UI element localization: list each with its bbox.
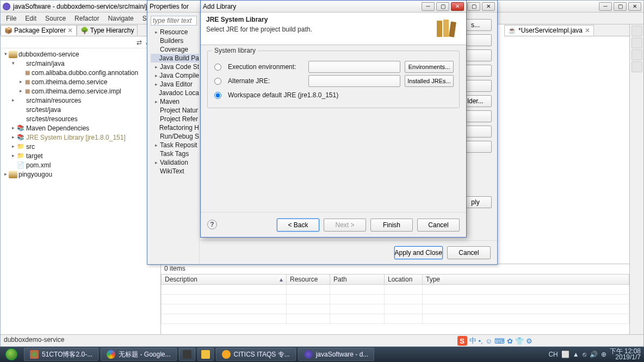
props-tree-item[interactable]: Project Natur (151, 106, 199, 115)
add-library-dialog: Add Library ─ ▢ ✕ JRE System Library Sel… (200, 0, 467, 238)
cancel-button[interactable]: Cancel (447, 246, 491, 259)
close-icon[interactable]: ✕ (67, 27, 73, 34)
tray-icon[interactable]: ⬜ (561, 351, 569, 358)
tree-node[interactable]: ▾src/main/java (1, 59, 160, 68)
tab-type-hierarchy[interactable]: 🌳 Type Hierarchy (77, 25, 138, 35)
tree-node[interactable]: src/test/java (1, 105, 160, 114)
ime-tool-icon: 👕 (515, 337, 524, 345)
properties-tree[interactable]: ▸ResourceBuildersCoverageJava Build Pa▸J… (151, 28, 199, 176)
task-icon[interactable] (631, 38, 642, 48)
minimize-button[interactable]: ─ (599, 2, 612, 11)
props-tree-item[interactable]: ▸Java Code St (151, 63, 199, 71)
outline-icon[interactable] (631, 26, 642, 36)
props-tree-item[interactable]: Java Build Pa (151, 54, 199, 63)
apply-close-button[interactable]: Apply and Close (394, 246, 443, 259)
wizard-banner: JRE System Library Select JRE for the pr… (201, 13, 466, 45)
props-tree-item[interactable]: WikiText (151, 167, 199, 176)
close-button[interactable]: ✕ (628, 2, 641, 11)
library-icon (435, 17, 461, 40)
col-path[interactable]: Path (330, 274, 385, 285)
tree-node[interactable]: com.alibaba.dubbo.config.annotation (1, 68, 160, 77)
props-tree-item[interactable]: Project Refer (151, 115, 199, 123)
menu-navigate[interactable]: Navigate (103, 14, 138, 23)
addlib-titlebar[interactable]: Add Library ─ ▢ ✕ (201, 1, 466, 13)
tree-node[interactable]: ▸src (1, 142, 160, 151)
tree-node[interactable]: ▸pingyougou (1, 170, 160, 179)
ime-indicator[interactable]: S 中 •, ☺ ⌨ ✿ 👕 ⚙ (457, 336, 532, 346)
minimize-button[interactable]: ─ (422, 2, 435, 11)
tree-node[interactable]: ▸com.itheima.demo.service.impl (1, 86, 160, 96)
tree-node[interactable]: ▸Maven Dependencies (1, 123, 160, 133)
taskbar-item[interactable]: 无标题 - Google... (101, 348, 176, 361)
java-file-icon: ☕ (508, 27, 516, 34)
start-button[interactable] (1, 347, 22, 361)
build-icon[interactable] (631, 49, 642, 60)
problems-table[interactable]: Description ▴ Resource Path Location Typ… (161, 274, 629, 324)
col-type[interactable]: Type (423, 274, 629, 285)
back-button[interactable]: < Back (277, 219, 319, 232)
props-tree-item[interactable]: ▸Validation (151, 158, 199, 167)
props-tree-item[interactable]: ▸Task Reposit (151, 141, 199, 149)
taskbar-item[interactable] (179, 348, 195, 361)
filter-input[interactable] (151, 16, 197, 26)
close-icon[interactable]: ✕ (585, 27, 590, 34)
props-tree-item[interactable]: Coverage (151, 45, 199, 54)
tree-node[interactable]: ▸com.itheima.demo.service (1, 77, 160, 86)
tab-package-explorer[interactable]: 📦 Package Explorer ✕ (1, 25, 77, 35)
volume-icon[interactable]: 🔊 (590, 351, 598, 358)
environments-button[interactable]: Environments... (405, 61, 454, 73)
search-icon[interactable] (631, 61, 642, 72)
props-tree-item[interactable]: Run/Debug S (151, 132, 199, 141)
svg-rect-1 (443, 20, 449, 37)
col-description[interactable]: Description ▴ (162, 274, 287, 285)
col-location[interactable]: Location (385, 274, 423, 285)
menu-refactor[interactable]: Refactor (70, 14, 103, 23)
menu-file[interactable]: File (2, 14, 21, 23)
tree-node[interactable]: src/test/resources (1, 114, 160, 123)
cancel-button[interactable]: Cancel (417, 219, 460, 232)
taskbar-item[interactable]: CITICS ITAQS 专... (216, 348, 296, 361)
ime-lang[interactable]: CH (548, 351, 558, 358)
props-tree-item[interactable]: ▸Java Compile (151, 71, 199, 80)
maximize-button[interactable]: ▢ (467, 2, 480, 11)
editor-tab[interactable]: ☕ *UserServiceImpl.java ✕ (504, 25, 594, 35)
tray-icon[interactable]: ⊕ (601, 351, 606, 358)
taskbar-item[interactable] (197, 348, 214, 361)
network-icon[interactable]: ⎋ (583, 351, 586, 358)
col-resource[interactable]: Resource (287, 274, 330, 285)
tray-icon[interactable]: ▲ (573, 351, 579, 358)
next-button[interactable]: Next > (324, 219, 366, 232)
menu-edit[interactable]: Edit (21, 14, 41, 23)
finish-button[interactable]: Finish (370, 219, 413, 232)
menu-source[interactable]: Source (41, 14, 70, 23)
exec-env-combo[interactable] (308, 61, 400, 73)
tree-node[interactable]: pom.xml (1, 160, 160, 170)
props-tree-item[interactable]: Task Tags (151, 149, 199, 158)
collapse-all-icon[interactable]: ⇄ (137, 39, 142, 46)
installed-jres-button[interactable]: Installed JREs... (405, 75, 454, 87)
tree-node[interactable]: ▸JRE System Library [jre1.8.0_151] (1, 133, 160, 142)
alt-jre-combo[interactable] (308, 75, 400, 87)
props-tree-item[interactable]: Refactoring H (151, 123, 199, 132)
tree-node[interactable]: ▾dubboxdemo-service (1, 49, 160, 59)
props-tree-item[interactable]: ▸Java Editor (151, 80, 199, 89)
package-tree[interactable]: ▾dubboxdemo-service▾src/main/javacom.ali… (1, 48, 160, 334)
props-tree-item[interactable]: ▸Resource (151, 28, 199, 36)
radio-workspace-default[interactable] (214, 92, 221, 99)
system-tray[interactable]: CH ⬜ ▲ ⎋ 🔊 ⊕ 下午 12:08 2019/1/7 (545, 348, 644, 360)
radio-exec-env[interactable] (214, 64, 221, 71)
tree-node[interactable]: ▸target (1, 151, 160, 160)
close-button[interactable]: ✕ (451, 2, 464, 11)
props-tree-item[interactable]: ▸Maven (151, 97, 199, 106)
wizard-heading: JRE System Library (206, 16, 312, 23)
radio-alt-jre[interactable] (214, 78, 221, 85)
taskbar-item[interactable]: javaSoftware - d... (298, 348, 375, 361)
close-button[interactable]: ✕ (482, 2, 495, 11)
props-tree-item[interactable]: Javadoc Loca (151, 89, 199, 97)
taskbar-item[interactable]: 51CTO博客2.0-... (24, 348, 98, 361)
clock[interactable]: 下午 12:08 2019/1/7 (610, 348, 641, 360)
maximize-button[interactable]: ▢ (436, 2, 449, 11)
maximize-button[interactable]: ▢ (614, 2, 627, 11)
props-tree-item[interactable]: Builders (151, 36, 199, 45)
tree-node[interactable]: ▸src/main/resources (1, 96, 160, 105)
